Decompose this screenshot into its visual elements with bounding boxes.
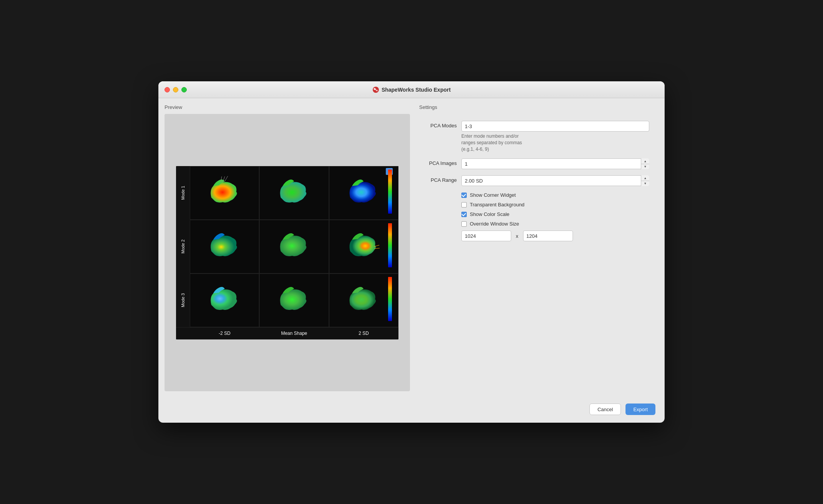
pca-images-label: PCA Images [419, 158, 461, 166]
pca-range-spinbuttons: ▲ ▼ [641, 175, 649, 186]
pca-images-up[interactable]: ▲ [641, 158, 649, 164]
traffic-lights [165, 87, 187, 92]
checkboxes-section: Show Corner Widget Transparent Backgroun… [461, 192, 649, 227]
pca-modes-label: PCA Modes [419, 121, 461, 128]
row-label-mode1: Mode 1 [176, 166, 190, 220]
svg-rect-10 [388, 223, 392, 267]
export-button[interactable]: Export [625, 404, 655, 415]
svg-rect-11 [388, 277, 392, 321]
pca-range-label: PCA Range [419, 175, 461, 183]
svg-point-2 [376, 90, 378, 91]
bird-m2-c1 [204, 228, 246, 265]
pca-images-spinner: ▲ ▼ [461, 158, 649, 169]
color-scale-m3 [388, 277, 393, 321]
cell-mode3-2sd-pos [329, 273, 398, 327]
show-color-scale-checkbox[interactable] [461, 212, 467, 217]
show-corner-widget-checkbox[interactable] [461, 193, 467, 198]
transparent-bg-checkbox[interactable] [461, 202, 467, 208]
svg-rect-7 [388, 170, 392, 214]
show-color-scale-row: Show Color Scale [461, 211, 649, 217]
bird-m1-c1 [204, 175, 246, 211]
pca-images-input[interactable] [461, 158, 649, 169]
cell-mode2-mean [259, 220, 329, 273]
pca-range-down[interactable]: ▼ [641, 181, 649, 186]
col-header-pos2sd: 2 SD [329, 327, 398, 339]
override-window-checkbox[interactable] [461, 221, 467, 227]
row-label-mode2: Mode 2 [176, 220, 190, 273]
minimize-button[interactable] [173, 87, 178, 92]
svg-point-1 [374, 88, 375, 90]
pca-range-control: ▲ ▼ [461, 175, 649, 186]
pca-modes-input[interactable] [461, 121, 649, 132]
cell-mode1-mean [259, 166, 329, 220]
height-input[interactable] [523, 231, 573, 241]
transparent-bg-row: Transparent Background [461, 202, 649, 208]
bird-m3-c3 [342, 282, 385, 318]
col-header-neg2sd: -2 SD [190, 327, 259, 339]
bird-m1-c3 [342, 175, 385, 211]
maximize-button[interactable] [181, 87, 187, 92]
color-scale-m1 [388, 170, 393, 214]
pca-modes-control: Enter mode numbers and/or ranges separat… [461, 121, 649, 152]
preview-panel: Preview Mode 1 [165, 104, 410, 391]
color-scale-m2 [388, 223, 393, 267]
pca-range-up[interactable]: ▲ [641, 175, 649, 181]
cell-mode1-2sd [190, 166, 259, 220]
bird-m1-c2 [273, 175, 315, 211]
cell-mode3-mean [259, 273, 329, 327]
override-window-row: Override Window Size [461, 221, 649, 227]
show-corner-widget-label: Show Corner Widget [470, 192, 516, 198]
bird-m3-c2 [273, 282, 315, 318]
cancel-button[interactable]: Cancel [589, 404, 621, 415]
bird-m2-c2 [273, 228, 315, 265]
window-title: ShapeWorks Studio Export [372, 86, 451, 93]
main-window: ShapeWorks Studio Export Preview Mode 1 [158, 81, 665, 423]
bird-m2-c3 [342, 228, 385, 265]
pca-images-down[interactable]: ▼ [641, 164, 649, 170]
window-size-row: x [461, 231, 649, 241]
pca-images-spinbuttons: ▲ ▼ [641, 158, 649, 169]
transparent-bg-label: Transparent Background [470, 202, 525, 208]
row-label-mode3: Mode 3 [176, 273, 190, 327]
cell-mode1-2sd-pos: A [329, 166, 398, 220]
svg-line-5 [225, 176, 228, 181]
cell-mode2-2sd-pos [329, 220, 398, 273]
pca-images-row: PCA Images ▲ ▼ [419, 158, 649, 169]
settings-label: Settings [419, 104, 649, 110]
app-icon [372, 86, 379, 93]
preview-grid: Mode 1 [176, 166, 398, 339]
settings-panel: Settings PCA Modes Enter mode numbers an… [410, 104, 658, 391]
override-window-label: Override Window Size [470, 221, 519, 227]
pca-modes-hint: Enter mode numbers and/or ranges separat… [461, 133, 649, 152]
pca-images-control: ▲ ▼ [461, 158, 649, 169]
size-separator: x [516, 233, 518, 239]
close-button[interactable] [165, 87, 170, 92]
pca-range-spinner: ▲ ▼ [461, 175, 649, 186]
show-corner-widget-row: Show Corner Widget [461, 192, 649, 198]
width-input[interactable] [461, 231, 511, 241]
bird-m3-c1 [204, 282, 246, 318]
preview-label: Preview [165, 104, 410, 110]
show-color-scale-label: Show Color Scale [470, 211, 509, 217]
preview-area: Mode 1 [165, 114, 410, 391]
main-content: Preview Mode 1 [158, 98, 665, 397]
window-title-text: ShapeWorks Studio Export [382, 87, 451, 93]
col-header-mean: Mean Shape [259, 327, 329, 339]
cell-mode3-2sd [190, 273, 259, 327]
cell-mode2-2sd [190, 220, 259, 273]
pca-range-input[interactable] [461, 175, 649, 186]
footer: Cancel Export [158, 397, 665, 423]
settings-content: PCA Modes Enter mode numbers and/or rang… [419, 118, 649, 244]
pca-range-row: PCA Range ▲ ▼ [419, 175, 649, 186]
pca-modes-row: PCA Modes Enter mode numbers and/or rang… [419, 121, 649, 152]
titlebar: ShapeWorks Studio Export [158, 81, 665, 98]
